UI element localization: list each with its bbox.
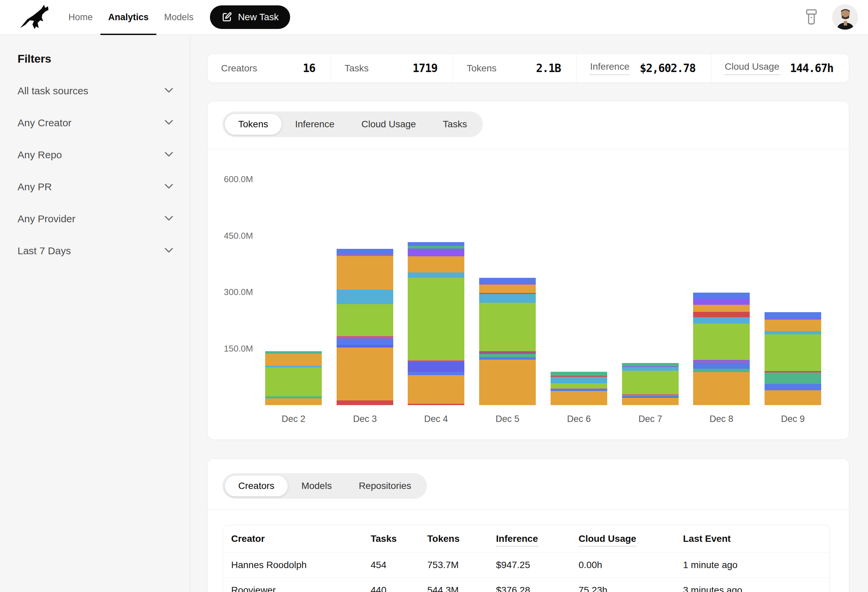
- bar-segment-teal: [408, 246, 464, 249]
- page-shell: Filters All task sourcesAny CreatorAny R…: [0, 35, 868, 592]
- bar-segment-blue: [479, 357, 536, 360]
- bar-dec-7[interactable]: [622, 363, 679, 405]
- column-header-label: Last Event: [683, 533, 731, 544]
- filter-provider[interactable]: Any Provider: [18, 203, 173, 235]
- cell-tokens: 544.3M: [427, 585, 459, 592]
- bar-segment-red: [408, 404, 464, 405]
- chevron-down-icon: [164, 152, 173, 158]
- column-header-label: Creator: [231, 533, 265, 544]
- bar-segment-blue: [408, 372, 464, 375]
- bar-segment-teal: [765, 373, 821, 384]
- x-axis-label-dec-7: Dec 7: [615, 414, 686, 424]
- bar-dec-2[interactable]: [265, 351, 322, 405]
- usage-chart-card: TokensInferenceCloud UsageTasks 150.0M30…: [207, 101, 849, 440]
- chart-tab-tasks[interactable]: Tasks: [429, 114, 480, 135]
- user-avatar[interactable]: [832, 4, 858, 30]
- bar-segment-green: [765, 334, 821, 371]
- breakdown-tab-creators[interactable]: Creators: [225, 476, 288, 496]
- filter-date-range[interactable]: Last 7 Days: [18, 235, 173, 267]
- stat-creators-value: 16: [303, 62, 315, 75]
- stat-tokens-label: Tokens: [467, 63, 497, 74]
- bar-dec-3[interactable]: [337, 249, 393, 405]
- chart-tab-inference[interactable]: Inference: [282, 114, 348, 135]
- chart-tab-tokens[interactable]: Tokens: [225, 114, 282, 135]
- main-content: Creators16Tasks1719Tokens2.1BInference$2…: [190, 35, 868, 592]
- stat-tokens: Tokens2.1B: [453, 54, 576, 82]
- bar-segment-orange: [693, 372, 750, 405]
- bar-segment-sky: [622, 367, 679, 371]
- stat-cloud-usage-label[interactable]: Cloud Usage: [725, 61, 779, 75]
- bar-segment-orange: [551, 391, 607, 405]
- new-task-label: New Task: [238, 12, 279, 22]
- table-row-rooviewer[interactable]: Rooviewer440544.3M$376.2875.23h3 minutes…: [223, 577, 830, 592]
- filter-task-sources-label: All task sources: [18, 85, 88, 97]
- filter-date-range-label: Last 7 Days: [18, 245, 71, 256]
- x-axis-label-dec-3: Dec 3: [329, 414, 401, 424]
- bar-segment-green: [622, 371, 679, 394]
- chevron-down-icon: [164, 88, 173, 94]
- bar-segment-sky: [551, 377, 607, 383]
- bar-segment-blue: [693, 293, 750, 299]
- nav-link-models[interactable]: Models: [156, 0, 201, 35]
- flashlight-icon: [805, 9, 818, 26]
- bar-segment-orange: [265, 353, 322, 366]
- bar-segment-blue: [765, 384, 821, 390]
- cell-tasks: 440: [371, 585, 387, 592]
- filter-creator[interactable]: Any Creator: [18, 107, 173, 139]
- column-header-tokens: Tokens: [427, 533, 460, 544]
- x-axis-label-dec-4: Dec 4: [400, 414, 472, 424]
- breakdown-card: CreatorsModelsRepositories CreatorTasksT…: [207, 459, 849, 592]
- bar-segment-purple: [693, 299, 750, 305]
- y-axis-tick-600.0M: 600.0M: [208, 174, 253, 184]
- bar-segment-purple: [408, 249, 464, 256]
- stat-inference-label[interactable]: Inference: [590, 61, 629, 75]
- cell-last-event: 1 minute ago: [683, 560, 738, 570]
- bar-dec-4[interactable]: [408, 242, 464, 405]
- cell-creator: Hannes Roodolph: [231, 560, 307, 570]
- bar-dec-6[interactable]: [551, 372, 607, 405]
- bar-segment-teal: [479, 354, 536, 357]
- bar-segment-green: [265, 367, 322, 396]
- bar-segment-sky: [479, 294, 536, 303]
- cell-tokens: 753.7M: [427, 560, 459, 570]
- cell-inference: $376.28: [496, 585, 530, 592]
- bar-dec-8[interactable]: [693, 293, 750, 405]
- stat-inference: Inference$2,602.78: [576, 54, 711, 82]
- chevron-down-icon: [164, 215, 173, 222]
- breakdown-tab-models[interactable]: Models: [288, 476, 345, 496]
- x-axis-label-dec-8: Dec 8: [686, 414, 757, 424]
- breakdown-tab-group: CreatorsModelsRepositories: [222, 473, 427, 499]
- flashlight-button[interactable]: [805, 9, 818, 26]
- nav-link-home[interactable]: Home: [61, 0, 100, 35]
- kangaroo-logo[interactable]: [19, 4, 52, 30]
- chart-tab-cloud-usage[interactable]: Cloud Usage: [348, 114, 429, 135]
- nav-link-analytics[interactable]: Analytics: [100, 0, 156, 35]
- bar-segment-green: [337, 304, 393, 336]
- bar-segment-orange: [479, 284, 536, 293]
- filter-pr[interactable]: Any PR: [18, 171, 173, 203]
- filter-repo-label: Any Repo: [18, 149, 62, 161]
- bar-segment-green: [479, 303, 536, 351]
- column-header-label[interactable]: Inference: [496, 533, 538, 546]
- filter-list: All task sourcesAny CreatorAny RepoAny P…: [18, 75, 173, 267]
- bar-segment-teal: [551, 372, 607, 376]
- filter-repo[interactable]: Any Repo: [18, 139, 173, 171]
- chevron-down-icon: [164, 119, 173, 126]
- tokens-stacked-bar-chart: 150.0M300.0M450.0M600.0MDec 2Dec 3Dec 4D…: [208, 149, 849, 439]
- column-header-label[interactable]: Cloud Usage: [579, 533, 636, 546]
- table-row-hannes-roodolph[interactable]: Hannes Roodolph454753.7M$947.250.00h1 mi…: [223, 552, 830, 577]
- new-task-button[interactable]: New Task: [210, 5, 290, 29]
- summary-stats-bar: Creators16Tasks1719Tokens2.1BInference$2…: [207, 53, 849, 83]
- cell-creator: Rooviewer: [231, 585, 276, 592]
- breakdown-tab-repositories[interactable]: Repositories: [345, 476, 425, 496]
- stat-cloud-usage: Cloud Usage144.67h: [711, 54, 849, 82]
- bar-segment-teal: [693, 369, 750, 372]
- bar-segment-green: [551, 383, 607, 389]
- bar-dec-9[interactable]: [765, 312, 821, 405]
- filter-task-sources[interactable]: All task sources: [18, 75, 173, 107]
- column-header-inference: Inference: [496, 533, 538, 544]
- chevron-down-icon: [164, 184, 173, 190]
- bar-segment-orange: [765, 320, 821, 331]
- bar-dec-5[interactable]: [479, 278, 536, 405]
- cell-cloud-usage: 75.23h: [579, 585, 608, 592]
